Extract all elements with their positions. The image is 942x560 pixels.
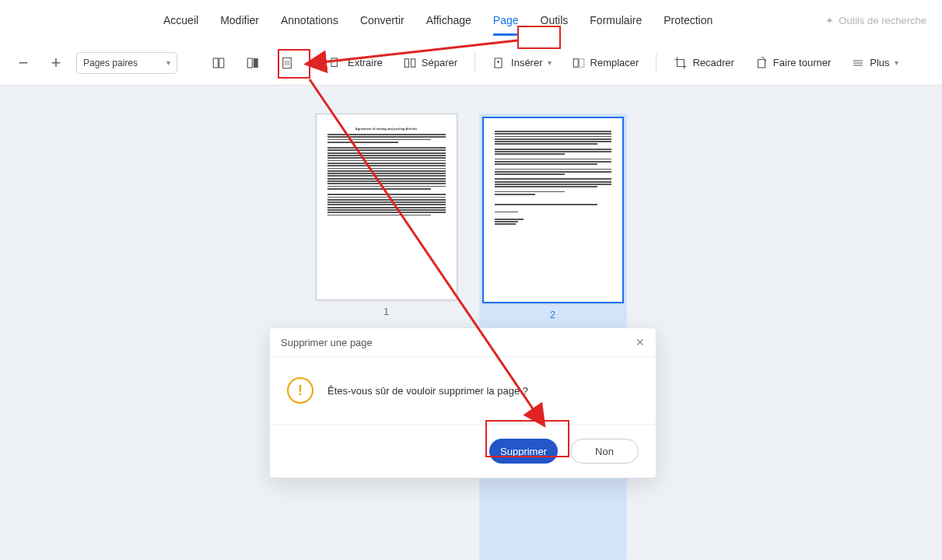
dialog-body: ! Êtes-vous sûr de vouloir supprimer la … — [270, 357, 656, 425]
crop-button[interactable]: Recadrer — [667, 51, 740, 75]
replace-button[interactable]: Remplacer — [566, 51, 646, 75]
search-tools-button[interactable]: ✦ Outils de recherche — [825, 15, 926, 26]
rotate-icon — [755, 56, 769, 70]
rotate-label: Faire tourner — [773, 57, 831, 68]
tab-protect[interactable]: Protection — [664, 14, 713, 26]
crop-icon — [674, 56, 688, 70]
more-button[interactable]: Plus ▾ — [845, 51, 904, 75]
insert-button[interactable]: Insérer ▾ — [486, 51, 557, 75]
crop-label: Recadrer — [692, 57, 734, 68]
page-insert-left-icon — [212, 56, 226, 70]
dialog-message: Êtes-vous sûr de vouloir supprimer la pa… — [327, 385, 528, 397]
page-preview — [482, 117, 624, 303]
chevron-down-icon: ▾ — [548, 58, 552, 67]
trash-icon — [280, 56, 294, 70]
svg-rect-3 — [254, 58, 258, 68]
chevron-down-icon: ▾ — [895, 58, 898, 67]
insert-icon — [492, 56, 506, 70]
svg-rect-5 — [331, 58, 338, 67]
svg-rect-7 — [411, 58, 415, 67]
zoom-in-button[interactable]: + — [44, 51, 68, 75]
separator — [475, 53, 475, 73]
tab-convert[interactable]: Convertir — [360, 14, 404, 26]
replace-label: Remplacer — [590, 57, 639, 68]
close-icon[interactable]: ✕ — [636, 336, 645, 348]
menu-tabs: Accueil Modifier Annotations Convertir A… — [0, 0, 942, 40]
svg-rect-2 — [247, 58, 252, 68]
svg-rect-1 — [219, 58, 224, 68]
svg-rect-0 — [213, 58, 218, 68]
sparkle-icon: ✦ — [825, 15, 834, 26]
page-range-select[interactable]: Pages paires ▾ — [76, 52, 177, 74]
insert-page-button[interactable] — [240, 51, 266, 75]
svg-rect-6 — [404, 58, 408, 67]
page-preview: Agreement of writing and posting Article… — [316, 114, 457, 300]
tab-annotations[interactable]: Annotations — [281, 14, 338, 26]
extract-label: Extraire — [348, 57, 383, 68]
separate-icon — [403, 56, 417, 70]
separate-label: Séparer — [422, 57, 457, 68]
svg-rect-9 — [573, 58, 578, 67]
tab-view[interactable]: Affichage — [426, 14, 471, 26]
confirm-delete-button[interactable]: Supprimer — [489, 439, 558, 464]
insert-blank-button[interactable] — [205, 51, 232, 75]
page-insert-right-icon — [246, 56, 260, 70]
zoom-out-button[interactable]: − — [11, 51, 36, 75]
svg-rect-11 — [758, 59, 765, 68]
separate-button[interactable]: Séparer — [397, 51, 464, 75]
tab-page[interactable]: Page — [493, 14, 519, 26]
page-range-label: Pages paires — [83, 58, 138, 68]
separator — [656, 53, 657, 73]
chevron-down-icon: ▾ — [166, 58, 170, 67]
dialog-footer: Supprimer Non — [270, 425, 656, 478]
delete-page-button[interactable] — [274, 51, 300, 75]
page-number: 1 — [316, 306, 457, 317]
insert-label: Insérer — [511, 57, 542, 68]
warning-icon: ! — [287, 377, 313, 404]
page-canvas: Agreement of writing and posting Article… — [0, 86, 942, 560]
delete-page-dialog: Supprimer une page ✕ ! Êtes-vous sûr de … — [269, 327, 657, 478]
replace-icon — [572, 56, 586, 70]
dialog-title: Supprimer une page — [281, 337, 373, 348]
tab-edit[interactable]: Modifier — [220, 14, 259, 26]
cancel-button[interactable]: Non — [570, 439, 639, 464]
extract-button[interactable]: Extraire — [323, 51, 389, 75]
rotate-button[interactable]: Faire tourner — [748, 51, 837, 75]
page-toolbar: − + Pages paires ▾ Extraire Séparer Insé… — [0, 40, 942, 86]
extract-icon — [329, 56, 343, 70]
more-icon — [851, 56, 865, 70]
svg-rect-10 — [579, 58, 583, 67]
tab-tools[interactable]: Outils — [541, 14, 569, 26]
separator — [311, 53, 312, 73]
more-label: Plus — [870, 57, 889, 68]
tab-form[interactable]: Formulaire — [590, 14, 642, 26]
search-tools-label: Outils de recherche — [839, 15, 926, 26]
tab-home[interactable]: Accueil — [163, 14, 198, 26]
page-number: 2 — [482, 310, 624, 320]
dialog-header: Supprimer une page ✕ — [270, 328, 656, 357]
